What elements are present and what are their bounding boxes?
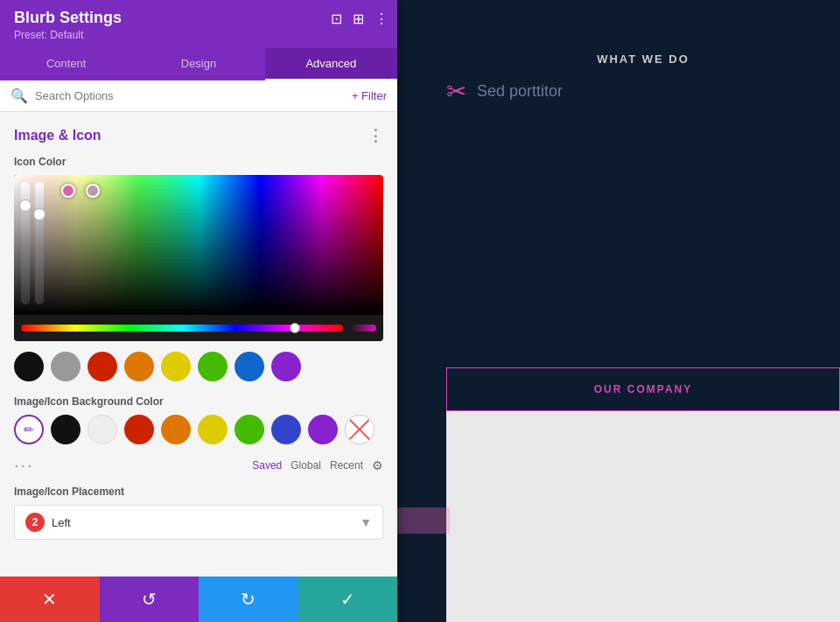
image-icon-title: Image & Icon <box>14 128 102 143</box>
search-input[interactable] <box>35 89 345 102</box>
wrench-icon: ✂ <box>446 77 466 106</box>
recent-link[interactable]: Recent <box>330 459 363 472</box>
placement-value-row: 2 Left <box>25 513 71 532</box>
layout-icon[interactable]: ⊞ <box>353 10 364 27</box>
image-icon-section-header: Image & Icon ⋮ <box>14 126 383 145</box>
decorative-block <box>397 507 450 534</box>
saved-link[interactable]: Saved <box>252 459 282 472</box>
swatch-purple[interactable] <box>271 352 301 381</box>
panel-header-icons: ⊡ ⊞ ⋮ <box>331 10 388 27</box>
placement-value-text: Left <box>52 516 71 529</box>
panel-header: Blurb Settings Preset: Default ⊡ ⊞ ⋮ <box>0 0 397 48</box>
redo-button[interactable]: ↻ <box>199 577 298 622</box>
svg-line-2 <box>350 420 371 441</box>
icon-text-section: ✂ Sed porttitor <box>446 77 563 106</box>
search-icon: 🔍 <box>10 87 28 104</box>
bg-swatch-active[interactable]: ✏ <box>14 415 44 444</box>
v-thumb-1 <box>19 199 32 212</box>
bg-swatch-purple[interactable] <box>308 415 338 444</box>
more-options-icon[interactable]: ⋮ <box>374 10 388 27</box>
icon-color-swatches <box>14 352 383 381</box>
tab-advanced[interactable]: Advanced <box>265 48 397 80</box>
cancel-button[interactable]: ✕ <box>0 577 100 622</box>
placement-badge-2: 2 <box>25 513 45 532</box>
swatch-red[interactable] <box>88 352 117 381</box>
section-more-icon[interactable]: ⋮ <box>368 126 383 145</box>
icon-color-label: Icon Color <box>14 156 383 168</box>
v-thumb-2 <box>33 208 46 220</box>
v-slider-1[interactable] <box>21 182 30 304</box>
bg-swatch-white[interactable] <box>88 415 117 444</box>
panel-content: Image & Icon ⋮ Icon Color <box>0 112 397 577</box>
bg-swatch-none[interactable] <box>345 415 374 444</box>
sed-porttitor-text: Sed porttitor <box>477 82 563 101</box>
hue-thumb <box>290 323 300 333</box>
global-link[interactable]: Global <box>290 459 321 472</box>
hue-slider[interactable] <box>21 325 343 332</box>
placement-dropdown[interactable]: 2 Left ▼ <box>14 505 383 540</box>
filter-button[interactable]: + Filter <box>352 89 387 102</box>
bg-swatch-green[interactable] <box>234 415 264 444</box>
saved-global-row: ··· Saved Global Recent ⚙ <box>14 455 383 475</box>
swatch-orange[interactable] <box>124 352 154 381</box>
bottom-light-section: CROSSWILL Sed porttitor lectus nibh. Cur… <box>446 411 840 622</box>
undo-button[interactable]: ↺ <box>100 577 200 622</box>
dropdown-arrow-icon: ▼ <box>360 515 372 529</box>
color-picker[interactable]: 1 #db0eb7 ✓ <box>14 175 383 341</box>
vertical-sliders <box>21 175 44 315</box>
placement-label: Image/Icon Placement <box>14 486 383 498</box>
saved-global-recent-links: Saved Global Recent ⚙ <box>252 458 383 472</box>
blurb-settings-panel: Blurb Settings Preset: Default ⊡ ⊞ ⋮ Con… <box>0 0 397 622</box>
our-company-bar: OUR COMPANY <box>446 367 840 411</box>
bg-swatch-red[interactable] <box>124 415 154 444</box>
v-slider-2[interactable] <box>35 182 44 304</box>
panel-tabs: Content Design Advanced <box>0 48 397 80</box>
no-color-icon <box>346 416 374 444</box>
panel-title: Blurb Settings <box>14 9 383 27</box>
pencil-icon: ✏ <box>24 423 34 437</box>
tab-content[interactable]: Content <box>0 48 132 80</box>
placement-section: Image/Icon Placement 2 Left ▼ <box>14 486 383 540</box>
bg-swatch-blue[interactable] <box>271 415 301 444</box>
bg-swatch-orange[interactable] <box>161 415 191 444</box>
swatch-black[interactable] <box>14 352 44 381</box>
swatch-blue[interactable] <box>234 352 264 381</box>
search-bar: 🔍 + Filter <box>0 80 397 112</box>
gear-icon[interactable]: ⚙ <box>372 458 383 472</box>
bg-color-swatches: ✏ <box>14 415 383 444</box>
picker-cursor-1 <box>61 184 75 198</box>
confirm-button[interactable]: ✓ <box>298 577 398 622</box>
swatch-gray[interactable] <box>51 352 80 381</box>
bg-color-section: Image/Icon Background Color ✏ <box>14 395 383 444</box>
bg-color-label: Image/Icon Background Color <box>14 395 383 408</box>
swatch-yellow[interactable] <box>161 352 191 381</box>
our-company-label: OUR COMPANY <box>594 383 692 395</box>
alpha-slider[interactable] <box>350 325 376 332</box>
bg-swatch-yellow[interactable] <box>198 415 228 444</box>
picker-sliders-row <box>14 315 383 341</box>
panel-preset[interactable]: Preset: Default <box>14 29 383 41</box>
three-dots-icon[interactable]: ··· <box>14 455 34 475</box>
tab-design[interactable]: Design <box>132 48 264 80</box>
swatch-green[interactable] <box>198 352 228 381</box>
what-we-do-label: WHAT WE DO <box>446 52 840 66</box>
picker-cursor-2 <box>86 184 100 198</box>
expand-icon[interactable]: ⊡ <box>331 10 342 27</box>
bottom-bar: ✕ ↺ ↻ ✓ <box>0 577 397 622</box>
bg-swatch-black[interactable] <box>51 415 80 444</box>
color-picker-canvas[interactable] <box>14 175 383 315</box>
